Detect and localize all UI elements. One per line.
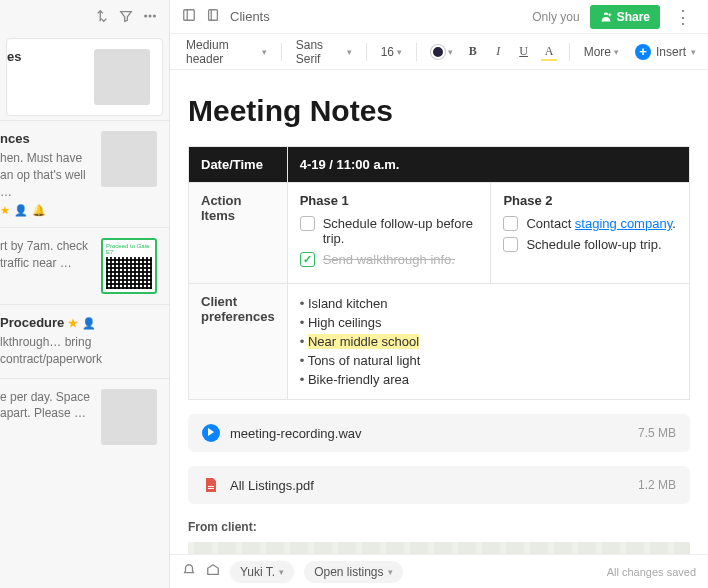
play-icon[interactable]: [202, 424, 220, 442]
note-card[interactable]: nces hen. Must have an op that's well … …: [0, 120, 169, 227]
expand-icon[interactable]: [182, 8, 196, 25]
plus-icon: +: [635, 44, 651, 60]
save-status: All changes saved: [607, 566, 696, 578]
attachment-size: 1.2 MB: [638, 478, 676, 492]
bottombar: Yuki T.▾ Open listings▾ All changes save…: [170, 554, 708, 588]
highlight-button[interactable]: A: [539, 41, 558, 63]
document-body[interactable]: Meeting Notes Date/Time 4-19 / 11:00 a.m…: [170, 70, 708, 554]
checkbox[interactable]: [503, 216, 518, 231]
font-select[interactable]: Sans Serif▾: [292, 36, 356, 68]
task-row[interactable]: Contact staging company.: [503, 216, 677, 231]
shared-icon: 👤: [14, 204, 28, 217]
kebab-menu-icon[interactable]: ⋮: [670, 6, 696, 28]
format-toolbar: Medium header▾ Sans Serif▾ 16▾ ▾ B I U A…: [170, 34, 708, 70]
note-title: nces: [0, 131, 93, 146]
author-pill[interactable]: Yuki T.▾: [230, 561, 294, 583]
note-excerpt: lkthrough… bring contract/paperwork: [0, 334, 157, 368]
more-icon[interactable]: [143, 9, 157, 26]
note-title: es: [7, 49, 86, 64]
svg-rect-3: [184, 10, 195, 21]
reminder-icon: 🔔: [32, 204, 46, 217]
svg-point-2: [154, 15, 156, 17]
task-label: Contact staging company.: [526, 216, 675, 231]
doc-title[interactable]: Meeting Notes: [188, 94, 690, 128]
prefs-list: Island kitchen High ceilings Near middle…: [300, 294, 677, 389]
topbar: Clients Only you Share ⋮: [170, 0, 708, 34]
phase1-cell[interactable]: Phase 1 Schedule follow-up before trip. …: [287, 183, 491, 284]
prefs-cell[interactable]: Island kitchen High ceilings Near middle…: [287, 284, 689, 400]
note-thumbnail: [94, 49, 150, 105]
checkbox-checked[interactable]: [300, 252, 315, 267]
note-excerpt: e per day. Space apart. Please …: [0, 389, 93, 423]
tag-pill[interactable]: Open listings▾: [304, 561, 402, 583]
phase2-cell[interactable]: Phase 2 Contact staging company. Schedul…: [491, 183, 690, 284]
attachment-name: meeting-recording.wav: [230, 426, 628, 441]
note-title: Procedure ★ 👤: [0, 315, 157, 330]
main-panel: Clients Only you Share ⋮ Medium header▾ …: [170, 0, 708, 588]
note-thumbnail: Proceed to Gate E7: [101, 238, 157, 294]
checkbox[interactable]: [503, 237, 518, 252]
ticket-label: Proceed to Gate E7: [106, 243, 152, 255]
task-label: Schedule follow-up before trip.: [323, 216, 479, 246]
heading-select[interactable]: Medium header▾: [182, 36, 271, 68]
note-thumbnail: [101, 131, 157, 187]
task-row[interactable]: Send walkthrough info.: [300, 252, 479, 267]
note-excerpt: rt by 7am. check traffic near …: [0, 238, 93, 272]
bold-button[interactable]: B: [463, 41, 482, 63]
underline-button[interactable]: U: [514, 41, 533, 63]
attachment-name: All Listings.pdf: [230, 478, 628, 493]
reminder-icon[interactable]: [182, 563, 196, 580]
tag-add-icon[interactable]: [206, 563, 220, 580]
italic-button[interactable]: I: [488, 41, 507, 63]
client-photo[interactable]: [188, 542, 690, 554]
note-thumbnail: [101, 389, 157, 445]
insert-button[interactable]: + Insert▾: [635, 44, 696, 60]
notebook-name[interactable]: Clients: [230, 9, 270, 24]
pref-item[interactable]: Tons of natural light: [300, 351, 677, 370]
note-card[interactable]: Procedure ★ 👤 lkthrough… bring contract/…: [0, 304, 169, 378]
sort-icon[interactable]: [95, 9, 109, 26]
more-format-select[interactable]: More▾: [580, 43, 623, 61]
notebook-icon[interactable]: [206, 8, 220, 25]
pref-item[interactable]: Island kitchen: [300, 294, 677, 313]
attachment[interactable]: All Listings.pdf 1.2 MB: [188, 466, 690, 504]
size-select[interactable]: 16▾: [377, 43, 406, 61]
phase2-title: Phase 2: [503, 193, 677, 208]
star-icon: ★: [68, 317, 78, 329]
task-label: Send walkthrough info.: [323, 252, 455, 267]
meeting-table: Date/Time 4-19 / 11:00 a.m. Action Items…: [188, 146, 690, 400]
note-excerpt: hen. Must have an op that's well …: [0, 150, 93, 198]
staging-link[interactable]: staging company: [575, 216, 672, 231]
attachment-size: 7.5 MB: [638, 426, 676, 440]
filter-icon[interactable]: [119, 9, 133, 26]
pdf-icon: [202, 476, 220, 494]
pref-item[interactable]: Bike-friendly area: [300, 370, 677, 389]
th-datetime-value[interactable]: 4-19 / 11:00 a.m.: [287, 147, 689, 183]
pref-item[interactable]: High ceilings: [300, 313, 677, 332]
phase1-title: Phase 1: [300, 193, 479, 208]
checkbox[interactable]: [300, 216, 315, 231]
row-label-action: Action Items: [189, 183, 288, 284]
attachment[interactable]: meeting-recording.wav 7.5 MB: [188, 414, 690, 452]
svg-rect-4: [209, 10, 218, 21]
note-card[interactable]: e per day. Space apart. Please …: [0, 378, 169, 455]
svg-point-0: [145, 15, 147, 17]
star-icon: ★: [0, 204, 10, 217]
qr-code: [106, 257, 152, 289]
share-label: Share: [617, 10, 650, 24]
pref-item[interactable]: Near middle school: [300, 332, 677, 351]
color-select[interactable]: ▾: [427, 43, 457, 61]
row-label-prefs: Client preferences: [189, 284, 288, 400]
side-tools: [0, 0, 169, 34]
highlighted-text: Near middle school: [308, 334, 419, 349]
task-row[interactable]: Schedule follow-up trip.: [503, 237, 677, 252]
task-label: Schedule follow-up trip.: [526, 237, 661, 252]
color-swatch-icon: [431, 45, 445, 59]
task-row[interactable]: Schedule follow-up before trip.: [300, 216, 479, 246]
note-list-sidebar: es nces hen. Must have an op that's well…: [0, 0, 170, 588]
note-card[interactable]: rt by 7am. check traffic near … Proceed …: [0, 227, 169, 304]
note-badges: ★ 👤 🔔: [0, 204, 93, 217]
share-button[interactable]: Share: [590, 5, 660, 29]
visibility-label: Only you: [532, 10, 579, 24]
note-card[interactable]: es: [6, 38, 163, 116]
